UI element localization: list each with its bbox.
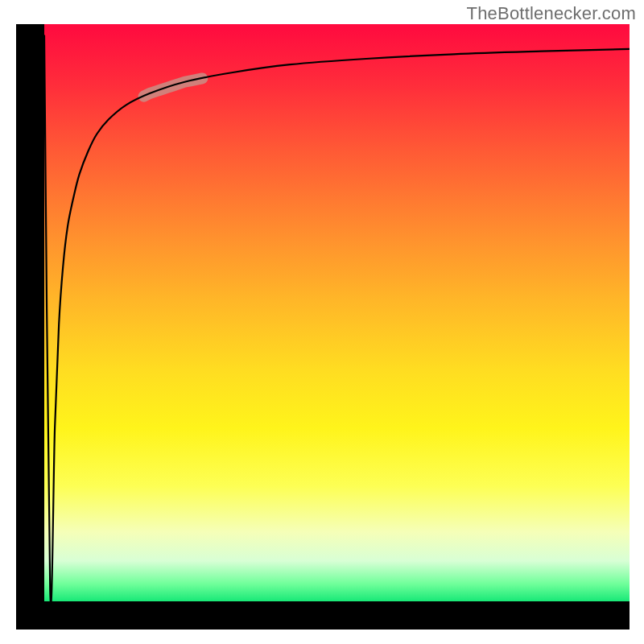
plot-border <box>16 24 630 630</box>
watermark-text: TheBottlenecker.com <box>467 3 636 24</box>
plot-area <box>44 24 630 601</box>
chart-svg <box>44 24 630 601</box>
chart-frame: TheBottlenecker.com <box>0 0 644 644</box>
bottleneck-curve <box>44 35 630 601</box>
highlight-segment <box>144 78 203 96</box>
